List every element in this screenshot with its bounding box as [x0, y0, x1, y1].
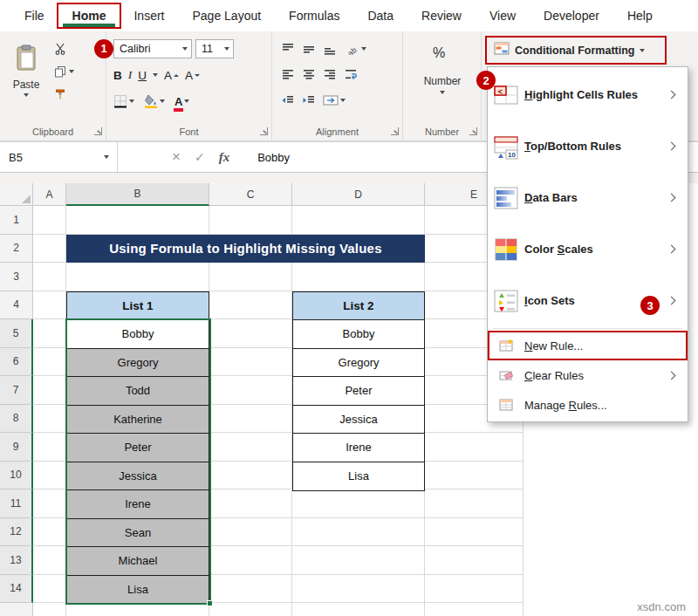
grid-cell-D12[interactable] — [292, 518, 425, 547]
grid-cell-C9[interactable] — [209, 433, 292, 462]
column-header-A[interactable]: A — [33, 183, 66, 206]
borders-button[interactable] — [113, 94, 134, 108]
orientation-button[interactable]: ab — [344, 43, 366, 55]
cell-D8[interactable]: Jessica — [293, 406, 424, 435]
row-header-1[interactable]: 1 — [0, 206, 33, 235]
enter-icon[interactable] — [195, 150, 205, 164]
ribbon-tab-page-layout[interactable]: Page Layout — [178, 4, 275, 27]
menu-item-manage-rules[interactable]: Manage Rules... — [488, 390, 688, 420]
menu-item-highlight-cells-rules[interactable]: <Highlight Cells Rules — [488, 69, 688, 120]
row-header-10[interactable]: 10 — [0, 462, 33, 490]
middle-align-button[interactable] — [302, 43, 316, 55]
merge-center-button[interactable] — [323, 94, 346, 106]
grid-cell-D13[interactable] — [292, 546, 425, 575]
grid-cell-C7[interactable] — [209, 376, 292, 405]
insert-function-icon[interactable]: fx — [219, 150, 230, 165]
cell-D10[interactable]: Lisa — [293, 462, 424, 491]
grid-cell-C10[interactable] — [209, 462, 292, 490]
cell-D7[interactable]: Peter — [293, 377, 424, 406]
row-header-7[interactable]: 7 — [0, 376, 33, 405]
grid-cell-A1[interactable] — [33, 206, 66, 235]
increase-font-size-button[interactable]: A — [164, 69, 179, 82]
paste-button[interactable]: Paste — [5, 39, 47, 116]
ribbon-tab-home[interactable]: Home1 — [58, 4, 120, 27]
cell-B12[interactable]: Sean — [67, 519, 209, 548]
underline-button[interactable]: U — [138, 69, 147, 82]
font-size-select[interactable]: 11 — [195, 39, 234, 58]
cell-B9[interactable]: Peter — [67, 434, 209, 462]
row-header-12[interactable]: 12 — [0, 518, 33, 547]
cell-B14[interactable]: Lisa — [67, 576, 209, 605]
bold-button[interactable]: B — [113, 69, 122, 82]
menu-item-clear-rules[interactable]: Clear Rules — [488, 360, 688, 390]
cancel-icon[interactable] — [172, 148, 181, 166]
grid-cell-A2[interactable] — [33, 235, 66, 264]
grid-cell-E10[interactable] — [425, 462, 524, 490]
font-color-button[interactable]: A — [174, 95, 189, 108]
row-header-3[interactable]: 3 — [0, 263, 33, 291]
grid-cell-A14[interactable] — [33, 575, 66, 604]
cell-B13[interactable]: Michael — [67, 547, 209, 576]
menu-item-top-bottom-rules[interactable]: 10Top/Bottom Rules — [488, 120, 688, 172]
fill-color-button[interactable] — [144, 94, 165, 108]
menu-item-new-rule[interactable]: New Rule... — [488, 331, 688, 360]
grid-cell-C5[interactable] — [209, 319, 292, 348]
grid-cell-E13[interactable] — [425, 546, 524, 575]
ribbon-tab-developer[interactable]: Developer — [530, 4, 613, 27]
grid-cell-E15[interactable] — [425, 603, 524, 616]
grid-cell-B15[interactable] — [66, 603, 209, 616]
grid-cell-E12[interactable] — [425, 518, 524, 547]
align-center-button[interactable] — [302, 68, 316, 80]
row-header-9[interactable]: 9 — [0, 433, 33, 462]
grid-cell-C1[interactable] — [209, 206, 292, 235]
cell-D9[interactable]: Irene — [293, 434, 424, 462]
column-header-B[interactable]: B — [66, 183, 209, 206]
cell-B7[interactable]: Todd — [67, 377, 209, 406]
column-header-C[interactable]: C — [209, 183, 292, 206]
cell-B11[interactable]: Irene — [67, 490, 209, 519]
grid-cell-D3[interactable] — [292, 263, 425, 291]
grid-cell-C3[interactable] — [209, 263, 292, 291]
grid-cell-C15[interactable] — [209, 603, 292, 616]
ribbon-tab-file[interactable]: File — [10, 4, 58, 27]
select-all-corner[interactable] — [0, 183, 33, 206]
grid-cell-E11[interactable] — [425, 489, 524, 518]
row-header-2[interactable]: 2 — [0, 235, 33, 264]
row-header-14[interactable]: 14 — [0, 575, 33, 604]
grid-cell-E14[interactable] — [425, 575, 524, 604]
grid-cell-C11[interactable] — [209, 489, 292, 518]
grid-cell-C6[interactable] — [209, 348, 292, 377]
row-header-6[interactable]: 6 — [0, 348, 33, 377]
grid-cell-D1[interactable] — [292, 206, 425, 235]
grid-cell-A3[interactable] — [33, 263, 66, 291]
cell-D4[interactable]: List 2 — [293, 292, 424, 321]
grid-cell-A13[interactable] — [33, 546, 66, 575]
grid-cell-B1[interactable] — [66, 206, 209, 235]
italic-button[interactable]: I — [128, 68, 133, 82]
grid-cell-B3[interactable] — [66, 263, 209, 291]
cell-B8[interactable]: Katherine — [67, 406, 209, 435]
row-header-13[interactable]: 13 — [0, 546, 33, 575]
formula-input[interactable]: Bobby — [257, 151, 290, 164]
grid-cell-C14[interactable] — [209, 575, 292, 604]
format-painter-button[interactable] — [54, 87, 74, 101]
ribbon-tab-view[interactable]: View — [476, 4, 530, 27]
menu-item-color-scales[interactable]: Color Scales — [488, 223, 688, 275]
conditional-formatting-button[interactable]: Conditional Formatting — [487, 38, 665, 63]
grid-cell-C4[interactable] — [209, 291, 292, 320]
align-right-button[interactable] — [323, 68, 337, 80]
grid-cell-A9[interactable] — [33, 433, 66, 462]
grid-cell-C13[interactable] — [209, 546, 292, 575]
row-header-8[interactable]: 8 — [0, 405, 33, 434]
ribbon-tab-review[interactable]: Review — [407, 4, 476, 27]
grid-cell-C12[interactable] — [209, 518, 292, 547]
grid-cell-D14[interactable] — [292, 575, 425, 604]
number-format-select[interactable]: Number — [410, 75, 475, 94]
cut-button[interactable] — [54, 42, 74, 56]
ribbon-tab-insert[interactable]: Insert — [120, 4, 178, 27]
decrease-font-size-button[interactable]: A — [185, 69, 200, 82]
row-header-4[interactable]: 4 — [0, 291, 33, 320]
menu-item-data-bars[interactable]: Data Bars — [488, 172, 688, 223]
grid-cell-A11[interactable] — [33, 489, 66, 518]
column-header-D[interactable]: D — [292, 183, 425, 206]
